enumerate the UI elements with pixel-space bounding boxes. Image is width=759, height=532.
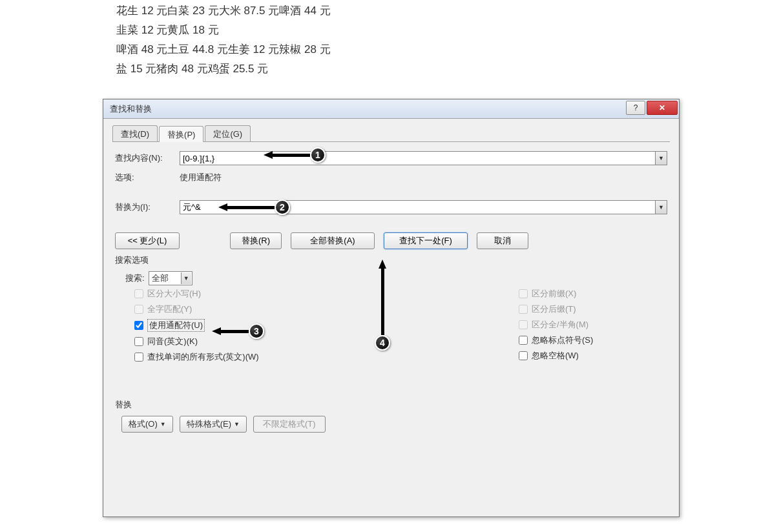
search-direction-select[interactable]: 全部 ▼ — [149, 271, 192, 285]
format-button[interactable]: 格式(O)▼ — [121, 416, 173, 433]
arrow-head-icon — [264, 151, 273, 159]
find-label: 查找内容(N): — [115, 152, 180, 164]
special-format-button[interactable]: 特殊格式(E)▼ — [180, 416, 247, 433]
cancel-button[interactable]: 取消 — [477, 232, 528, 249]
replace-all-button[interactable]: 全部替换(A) — [291, 232, 375, 249]
close-icon: ✕ — [659, 103, 665, 112]
checkbox-suffix: 区分后缀(T) — [519, 303, 667, 315]
find-next-button[interactable]: 查找下一处(F) — [384, 232, 468, 249]
options-label: 选项: — [115, 172, 180, 183]
dialog-title: 查找和替换 — [110, 103, 626, 115]
callout-badge-2: 2 — [275, 200, 290, 215]
doc-line: 盐 15 元猪肉 48 元鸡蛋 25.5 元 — [116, 59, 331, 79]
callout-badge-4: 4 — [375, 335, 390, 351]
tab-goto[interactable]: 定位(G) — [205, 125, 251, 141]
doc-line: 啤酒 48 元土豆 44.8 元生姜 12 元辣椒 28 元 — [116, 40, 331, 59]
less-button[interactable]: << 更少(L) — [115, 232, 180, 249]
checkbox-match-case: 区分大小写(H) — [134, 288, 499, 300]
arrow-head-icon — [218, 203, 227, 211]
callout-badge-1: 1 — [310, 147, 326, 163]
checkbox-punctuation[interactable]: 忽略标点符号(S) — [519, 334, 667, 346]
checkbox-prefix: 区分前缀(X) — [519, 288, 667, 300]
callout-arrow — [381, 267, 384, 335]
search-options-header: 搜索选项 — [115, 254, 667, 266]
help-button[interactable]: ? — [626, 101, 645, 115]
search-direction-value: 全部 — [152, 272, 169, 284]
replace-button[interactable]: 替换(R) — [230, 232, 282, 249]
checkbox-sounds-like[interactable]: 同音(英文)(K) — [134, 336, 499, 347]
search-label: 搜索: — [125, 272, 145, 284]
help-icon: ? — [634, 103, 638, 112]
doc-line: 花生 12 元白菜 23 元大米 87.5 元啤酒 44 元 — [116, 1, 331, 21]
tabstrip: 查找(D) 替换(P) 定位(G) — [112, 125, 670, 142]
chevron-down-icon: ▼ — [160, 421, 166, 427]
chevron-down-icon: ▼ — [181, 272, 191, 284]
find-input[interactable] — [180, 151, 667, 165]
replace-label: 替换为(I): — [115, 201, 180, 213]
checkbox-whitespace[interactable]: 忽略空格(W) — [519, 350, 667, 362]
close-button[interactable]: ✕ — [647, 101, 678, 115]
dialog-titlebar[interactable]: 查找和替换 ? ✕ — [103, 99, 679, 119]
arrow-head-icon — [379, 260, 386, 269]
no-format-button: 不限定格式(T) — [253, 416, 326, 433]
find-dropdown-arrow[interactable]: ▼ — [655, 152, 667, 165]
checkbox-word-forms[interactable]: 查找单词的所有形式(英文)(W) — [134, 351, 499, 363]
arrow-head-icon — [212, 327, 221, 335]
options-value: 使用通配符 — [180, 172, 222, 183]
checkbox-whole-word: 全字匹配(Y) — [134, 303, 499, 315]
document-text: 花生 12 元白菜 23 元大米 87.5 元啤酒 44 元 韭菜 12 元黄瓜… — [116, 1, 331, 79]
tab-replace[interactable]: 替换(P) — [159, 126, 203, 142]
doc-line: 韭菜 12 元黄瓜 18 元 — [116, 21, 331, 40]
dialog-body: 查找(D) 替换(P) 定位(G) 查找内容(N): ▼ 选项: 使用通配符 替… — [103, 119, 679, 517]
callout-arrow — [271, 154, 310, 157]
checkbox-full-half: 区分全/半角(M) — [519, 319, 667, 331]
replace-dropdown-arrow[interactable]: ▼ — [655, 201, 667, 214]
callout-badge-3: 3 — [249, 323, 264, 339]
checkbox-wildcards[interactable]: 使用通配符(U) — [134, 319, 499, 332]
callout-arrow — [226, 206, 275, 209]
find-replace-dialog: 查找和替换 ? ✕ 查找(D) 替换(P) 定位(G) 查找内容(N): ▼ 选… — [103, 99, 680, 517]
callout-arrow — [220, 330, 249, 333]
replace-section-header: 替换 — [115, 399, 667, 411]
chevron-down-icon: ▼ — [234, 421, 240, 427]
tab-find[interactable]: 查找(D) — [112, 125, 158, 141]
